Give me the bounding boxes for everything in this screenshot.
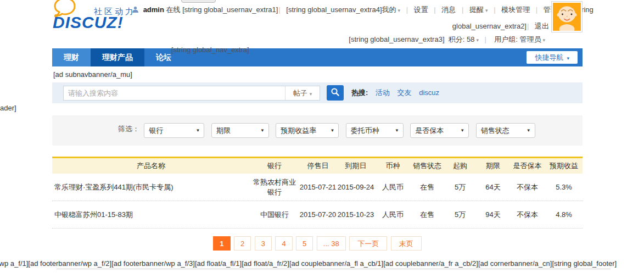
avatar[interactable] (551, 1, 583, 32)
filter-guaranteed-wrap: 是否保本▼ (410, 123, 469, 138)
separator: | (406, 5, 408, 14)
next-page-button[interactable]: 下一页 (349, 236, 387, 251)
col-header-currency: 币种 (375, 161, 411, 171)
search-button[interactable] (327, 85, 344, 101)
products-table: 产品名称 银行 停售日 到期日 币种 销售状态 起购 期限 是否保本 预期收益 … (52, 157, 583, 229)
table-row: 中银稳富苏州01-15-83期 中国银行 2015-07-20 2015-10-… (52, 201, 583, 229)
page-button-5[interactable]: 5 (296, 236, 313, 251)
footer-divider (57, 269, 611, 269)
cell-status: 在售 (411, 210, 444, 220)
table-header-row: 产品名称 银行 停售日 到期日 币种 销售状态 起购 期限 是否保本 预期收益 (52, 157, 583, 174)
filter-label: 筛选： (118, 125, 139, 133)
separator: | (536, 5, 537, 14)
page-button-4[interactable]: 4 (275, 236, 292, 251)
cell-min-buy: 5万 (444, 182, 477, 192)
col-header-status: 销售状态 (411, 161, 444, 171)
cell-yield: 5.3% (545, 183, 583, 191)
main-navbar: 理财 理财产品 论坛 [string global_nav_extra] 快捷导… (52, 48, 583, 66)
pagination: 1 2 3 4 5 ... 38 下一页 末页 (52, 236, 583, 251)
separator: | (462, 5, 463, 14)
quick-nav-button[interactable]: 快捷导航▾ (527, 51, 578, 64)
hot-link-activity[interactable]: 活动 (376, 88, 390, 97)
page: ader] 社区动力 DISCUZ! admin 在线 [string glob… (0, 0, 644, 278)
filter-status-select[interactable]: 销售状态 (476, 123, 535, 138)
logo-title: DISCUZ! (53, 13, 124, 32)
filter-band: 筛选： 银行▼ 期限▼ 预期收益率▼ 委托币种▼ 是否保本▼ 销售状态▼ (52, 115, 583, 146)
col-header-stop-date: 停售日 (299, 161, 337, 171)
filter-yield-select[interactable]: 预期收益率 (276, 123, 339, 138)
nav-extra-text: [string global_nav_extra] (171, 46, 249, 54)
chevron-down-icon: ▾ (542, 37, 545, 43)
reminder-link[interactable]: 提醒 (469, 5, 484, 14)
page-button-3[interactable]: 3 (255, 236, 272, 251)
usernav-extra1: [string global_usernav_extra1] (182, 5, 278, 14)
cell-due-date: 2015-10-23 (337, 210, 375, 219)
logout-link[interactable]: 退出 (535, 22, 549, 30)
hot-link-discuz[interactable]: discuz (419, 88, 439, 97)
usernav-extra4-my[interactable]: [string global_usernav_extra4]我的 (286, 5, 396, 14)
usergroup-link[interactable]: 用户组: 管理员 (494, 35, 541, 43)
hot-search-label: 热搜: (351, 88, 368, 97)
chevron-down-icon: ▾ (485, 8, 488, 13)
filter-term-select[interactable]: 期限 (211, 123, 269, 138)
subnav-ad-text: [ad subnavbanner/a_mu] (53, 70, 132, 79)
separator: | (434, 5, 435, 14)
nav-tab-licai[interactable]: 理财 (52, 48, 91, 66)
usernav-line3: [string global_usernav_extra3] 积分: 58▾ |… (349, 35, 545, 45)
filter-bank-wrap: 银行▼ (144, 123, 204, 138)
nav-tab-licai-products[interactable]: 理财产品 (91, 48, 144, 66)
cell-due-date: 2015-09-24 (337, 183, 375, 191)
chevron-down-icon: ▾ (476, 37, 479, 43)
page-button-2[interactable]: 2 (234, 236, 251, 251)
filter-guaranteed-select[interactable]: 是否保本 (410, 123, 469, 138)
page-button-1[interactable]: 1 (213, 236, 230, 251)
usernav-extra2-part2: global_usernav_extra2] (452, 22, 527, 30)
usernav-line1: admin 在线 [string global_usernav_extra1]|… (132, 5, 593, 15)
search-box: 帖子▾ (63, 86, 320, 101)
col-header-term: 期限 (477, 161, 509, 171)
filter-currency-select[interactable]: 委托币种 (346, 123, 404, 138)
product-name-link[interactable]: 中银稳富苏州01-15-83期 (52, 210, 250, 220)
discuz-logo[interactable]: 社区动力 DISCUZ! (52, 0, 129, 44)
search-icon (331, 87, 340, 97)
credits-link[interactable]: 积分: 58 (449, 35, 475, 43)
filter-bank-select[interactable]: 银行 (144, 123, 204, 138)
cell-min-buy: 5万 (444, 210, 477, 220)
hot-link-friends[interactable]: 交友 (397, 88, 412, 97)
separator: | (527, 22, 529, 30)
chevron-down-icon: ▾ (567, 55, 569, 61)
usernav-line2: global_usernav_extra2]| 退出 (452, 21, 549, 31)
online-status: 在线 (166, 5, 181, 14)
cell-bank: 中国银行 (250, 210, 299, 220)
chevron-down-icon: ▾ (310, 91, 312, 97)
clipped-ad-text: ader] (0, 104, 16, 112)
separator: | (494, 5, 495, 14)
messages-link[interactable]: 消息 (441, 5, 456, 14)
cell-guaranteed: 不保本 (509, 182, 545, 192)
search-input[interactable] (64, 86, 283, 100)
hot-search: 热搜: 活动 交友 discuz (351, 82, 439, 103)
table-row: 常乐理财·宝盈系列441期(市民卡专属) 常熟农村商业银行 2015-07-21… (52, 174, 583, 201)
cell-status: 在售 (411, 182, 444, 192)
col-header-product: 产品名称 (52, 161, 250, 171)
filter-status-wrap: 销售状态▼ (476, 123, 535, 138)
cell-stop-date: 2015-07-20 (299, 210, 337, 219)
page-button-ellipsis-38[interactable]: ... 38 (317, 236, 346, 251)
cell-currency: 人民币 (375, 182, 411, 192)
cell-bank: 常熟农村商业银行 (250, 177, 299, 197)
module-manage-link[interactable]: 模块管理 (501, 5, 530, 14)
cell-yield: 4.8% (545, 210, 583, 219)
product-name-link[interactable]: 常乐理财·宝盈系列441期(市民卡专属) (52, 182, 250, 192)
filter-currency-wrap: 委托币种▼ (346, 123, 404, 138)
settings-link[interactable]: 设置 (414, 5, 428, 14)
browser-ui-fragment (181, 0, 216, 3)
filter-yield-wrap: 预期收益率▼ (276, 123, 339, 138)
username[interactable]: admin (143, 5, 164, 14)
avatar-face-icon (553, 3, 581, 31)
last-page-button[interactable]: 末页 (391, 236, 422, 251)
footer-ad-placeholders: /wp a_f/1][ad footerbanner/wp a_f/2][ad … (0, 259, 644, 268)
usernav-extra3: [string global_usernav_extra3] (349, 35, 444, 43)
col-header-yield: 预期收益 (545, 161, 583, 171)
search-type-select[interactable]: 帖子▾ (285, 86, 320, 100)
col-header-due-date: 到期日 (337, 161, 375, 171)
